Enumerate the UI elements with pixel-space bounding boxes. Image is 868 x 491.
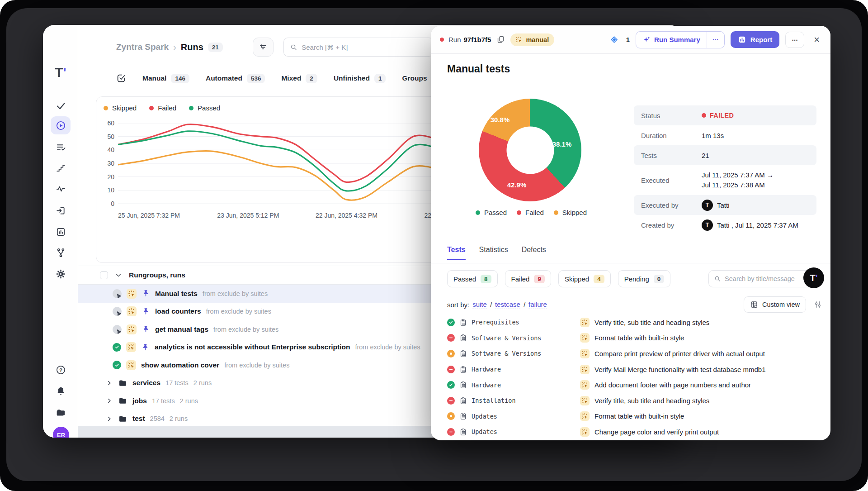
donut-legend-item[interactable]: Skipped [554,209,587,216]
run-runs-count: 2 runs [170,415,188,422]
user-avatar: T [702,200,713,211]
filter-button[interactable] [253,38,274,57]
legend-item[interactable]: Skipped [104,104,137,112]
chevron-right-icon[interactable] [105,415,113,423]
search-input[interactable] [302,43,427,51]
status-filter-chip[interactable]: Failed 9 [505,270,551,287]
sidebar-item-integrations[interactable] [51,243,71,262]
status-filter-chip[interactable]: Skipped 4 [558,270,611,287]
status-filter-chip[interactable]: Pending 0 [618,270,671,287]
sidebar-item-runs[interactable] [51,116,71,134]
sidebar-item-settings[interactable] [51,265,71,283]
test-title: Verify title, sub title and heading styl… [594,319,709,326]
test-row[interactable]: Prerequisites Verify title, sub title an… [431,315,830,330]
sidebar-item-checks[interactable] [51,96,71,114]
runs-tab[interactable]: Mixed 2 [281,74,317,83]
donut-hole [506,126,554,174]
copy-run-id-button[interactable] [496,35,505,44]
test-row[interactable]: Installation Verify title, sub title and… [431,393,830,409]
sidebar-item-milestones[interactable] [51,159,71,177]
select-all-runs-button[interactable] [116,73,126,83]
manual-badge[interactable]: manual [510,33,554,46]
test-row-title-cell: Format table with built-in style [580,411,830,421]
executed-by-value[interactable]: Tatti [717,201,730,209]
pin-icon [142,289,150,298]
y-axis-labels: 0102030405060 [99,123,114,204]
sidebar-item-reports[interactable] [51,223,71,241]
panel-tab[interactable]: Tests [447,246,466,260]
status-chips: Passed 8 Failed 9 Skipped 4 Pending [447,270,670,287]
test-row-suite-cell: Software & Versions [447,350,580,358]
donut-legend-dot [554,210,558,215]
chip-label: Passed [453,275,476,283]
report-button[interactable]: Report [731,31,779,48]
sort-link-suite[interactable]: suite [472,300,487,309]
chevron-right-icon[interactable] [105,379,113,387]
results-donut-chart[interactable]: 30.8% 38.1% 42.9% [479,99,581,201]
panel-more-button[interactable]: ⋯ [785,32,804,48]
view-settings-button[interactable] [813,300,822,309]
test-row[interactable]: Software & Versions Compare print previe… [431,346,830,362]
sort-link-failure[interactable]: failure [528,300,547,309]
line-chart-plot[interactable] [118,123,435,204]
donut-legend-item[interactable]: Passed [476,209,507,216]
runs-list-title: Rungroups, runs [129,271,185,279]
test-row[interactable] [431,440,830,440]
test-row[interactable]: Software & Versions Format table with bu… [431,330,830,346]
play-circle-icon [56,120,66,131]
pin-icon [142,307,150,316]
legend-dot [104,106,108,110]
panel-header: Run 97f1b7f5 manual 1 Run Summary ⋯ [431,26,830,54]
run-summary-more-button[interactable]: ⋯ [707,32,724,48]
sidebar-item-projects[interactable] [51,403,71,421]
manual-test-icon [580,380,590,390]
test-row[interactable]: Updates Change page color and verify pri… [431,424,830,440]
custom-view-button[interactable]: Custom view [744,296,806,313]
created-by-value[interactable]: Tatti , Jul 11, 2025 7:37 AM [717,221,798,229]
chip-count: 8 [481,275,491,283]
app-logo[interactable]: T' [43,65,78,80]
select-all-checkbox[interactable] [100,271,108,279]
chevron-down-icon[interactable] [114,271,123,280]
donut-legend-item[interactable]: Failed [517,209,544,216]
panel-tab-label: Statistics [479,246,508,253]
donut-legend-label: Failed [525,209,544,216]
list-check-icon [56,142,66,153]
sidebar-item-help[interactable] [51,361,71,379]
legend-item[interactable]: Passed [189,104,220,112]
branch-icon [56,248,66,258]
runs-tab[interactable]: Manual 146 [142,74,189,83]
sidebar-item-imports[interactable] [51,201,71,219]
run-source: from exclude by suites [355,343,420,351]
test-row-suite-cell: Installation [447,397,580,405]
test-row-suite-cell: Software & Versions [447,334,580,342]
test-row[interactable]: Updates Format table with built-in style [431,409,830,424]
close-panel-button[interactable]: × [812,34,821,46]
x-axis-labels: 25 Jun, 2025 7:32 PM23 Jun, 2025 5:12 PM… [118,212,435,221]
legend-label: Passed [198,104,220,112]
chevron-right-icon[interactable] [105,397,113,405]
run-summary-button[interactable]: Run Summary [636,32,707,48]
info-label: Duration [641,132,702,139]
test-row-title-cell: Verify title, sub title and heading styl… [580,318,830,327]
run-progress-icon [113,307,122,316]
sidebar-item-notifications[interactable] [51,382,71,400]
breadcrumb-project[interactable]: Zyntra Spark [116,42,169,52]
test-row[interactable]: Hardware Verify Mail Merge functionality… [431,362,830,377]
global-search[interactable] [283,38,434,57]
runs-tab[interactable]: Automated 536 [206,74,265,83]
diamond-icon[interactable] [610,35,618,44]
bell-icon [56,386,66,396]
test-row[interactable]: Hardware Add document footer with page n… [431,377,830,393]
sidebar-item-activity[interactable] [51,180,71,198]
assistant-avatar-button[interactable]: T' [803,267,824,288]
panel-tab[interactable]: Defects [522,246,546,260]
status-filter-chip[interactable]: Passed 8 [447,270,498,287]
run-source: from exclude by suites [206,308,271,315]
sort-link-testcase[interactable]: testcase [495,300,520,309]
runs-tab[interactable]: Unfinished 1 [334,74,386,83]
avatar[interactable]: ER [53,427,69,438]
legend-item[interactable]: Failed [149,104,176,112]
sidebar-item-testcases[interactable] [51,138,71,156]
panel-tab[interactable]: Statistics [479,246,508,260]
